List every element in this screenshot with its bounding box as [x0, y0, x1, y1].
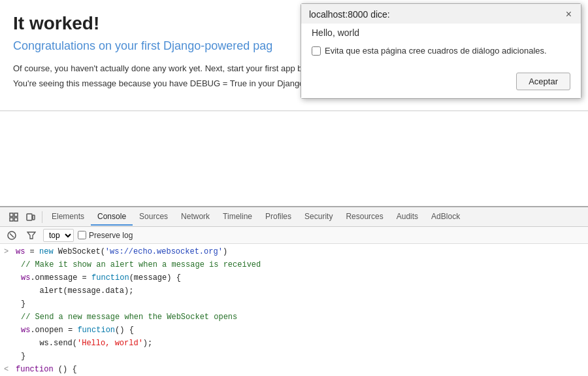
svg-marker-8 [27, 232, 35, 239]
console-line: ws.onmessage = function(message) { [0, 271, 588, 284]
svg-rect-5 [33, 215, 35, 220]
devtools-filter-bar: top Preserve log [0, 227, 588, 244]
console-line: alert(message.data); [0, 284, 588, 298]
alert-dialog: localhost:8000 dice: × Hello, world Evit… [301, 3, 581, 99]
console-line: // Make it show an alert when a message … [0, 258, 588, 271]
svg-rect-2 [10, 218, 13, 221]
svg-line-7 [10, 233, 14, 237]
tab-profiles[interactable]: Profiles [259, 209, 298, 226]
tab-timeline[interactable]: Timeline [216, 209, 259, 226]
alert-close-button[interactable]: × [564, 9, 573, 20]
tab-adblock[interactable]: AdBlock [425, 209, 466, 226]
console-code: // Make it show an alert when a message … [21, 259, 584, 271]
console-context-select[interactable]: top [43, 229, 74, 242]
preserve-log-row: Preserve log [78, 231, 133, 240]
tab-elements[interactable]: Elements [45, 209, 91, 226]
console-output: > ws = new WebSocket('ws://echo.websocke… [0, 244, 588, 376]
svg-rect-0 [10, 213, 13, 216]
console-prompt: > [4, 246, 12, 258]
console-prompt: < [4, 364, 12, 375]
alert-checkbox-label: Evita que esta página cree cuadros de di… [325, 46, 547, 56]
console-line: // Send a new message when the WebSocket… [0, 311, 588, 324]
console-line: } [0, 350, 588, 363]
alert-ok-button[interactable]: Aceptar [516, 73, 570, 90]
alert-title: localhost:8000 dice: [309, 9, 390, 20]
tab-audits[interactable]: Audits [390, 209, 425, 226]
devtools-panel: Elements Console Sources Network Timelin… [0, 206, 588, 376]
tab-security[interactable]: Security [298, 209, 339, 226]
console-clear-icon[interactable] [4, 229, 20, 242]
preserve-log-label: Preserve log [89, 231, 133, 240]
svg-rect-3 [14, 218, 18, 221]
console-code: } [21, 298, 584, 310]
devtools-inspect-icon[interactable] [5, 210, 22, 224]
console-line: ws.onopen = function() { [0, 324, 588, 337]
console-line: < function () { [0, 363, 588, 376]
devtools-responsive-icon[interactable] [22, 210, 39, 224]
console-code: ws.onopen = function() { [21, 324, 584, 336]
console-line: ws.send('Hello, world'); [0, 337, 588, 350]
console-code: ws.onmessage = function(message) { [21, 272, 584, 284]
alert-title-bar: localhost:8000 dice: × [301, 4, 581, 24]
console-filter-icon[interactable] [24, 229, 39, 242]
devtools-separator [42, 211, 42, 223]
tab-resources[interactable]: Resources [339, 209, 389, 226]
console-code: ws = new WebSocket('ws://echo.websocket.… [16, 246, 584, 258]
console-line: } [0, 298, 588, 311]
console-code: function () { [16, 364, 584, 375]
alert-footer: Aceptar [301, 73, 581, 98]
svg-rect-4 [27, 214, 32, 220]
alert-message: Hello, world [312, 27, 570, 38]
console-code: // Send a new message when the WebSocket… [21, 311, 584, 323]
svg-rect-1 [14, 213, 18, 216]
devtools-toolbar: Elements Console Sources Network Timelin… [0, 207, 588, 227]
tab-sources[interactable]: Sources [133, 209, 174, 226]
alert-body: Hello, world Evita que esta página cree … [301, 24, 581, 73]
tab-network[interactable]: Network [174, 209, 216, 226]
console-code: } [21, 350, 584, 362]
console-code: ws.send('Hello, world'); [30, 337, 584, 349]
console-line: > ws = new WebSocket('ws://echo.websocke… [0, 245, 588, 258]
tab-console[interactable]: Console [91, 209, 133, 226]
preserve-log-checkbox[interactable] [78, 231, 86, 239]
console-code: alert(message.data); [30, 285, 584, 297]
alert-checkbox-row: Evita que esta página cree cuadros de di… [312, 46, 570, 56]
alert-checkbox[interactable] [312, 46, 321, 56]
